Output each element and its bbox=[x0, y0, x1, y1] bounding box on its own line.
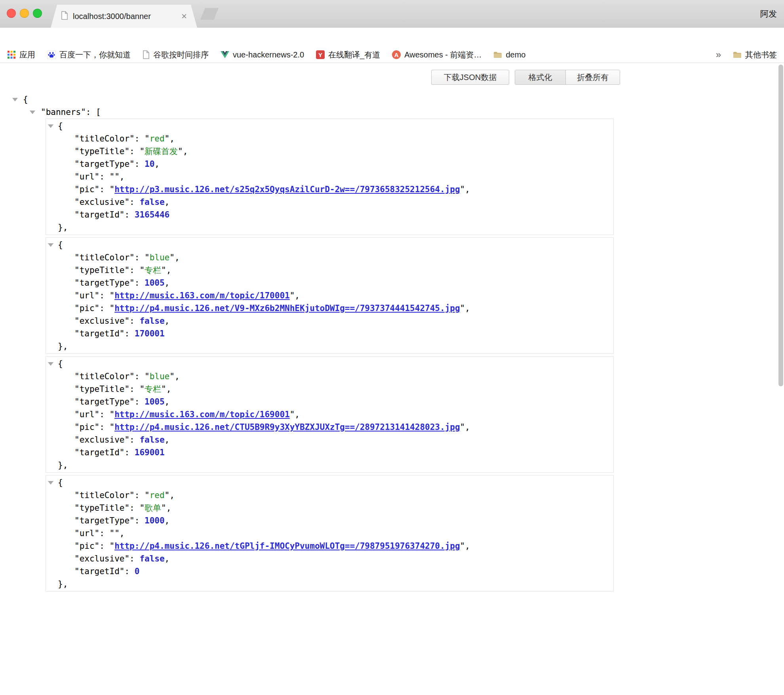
browser-tab[interactable]: localhost:3000/banner × bbox=[51, 5, 197, 28]
bookmark-item[interactable]: AAwesomes - 前端资… bbox=[392, 50, 481, 60]
bookmark-label: Awesomes - 前端资… bbox=[404, 50, 481, 60]
json-punct: : bbox=[135, 372, 145, 381]
format-button[interactable]: 格式化 bbox=[515, 70, 565, 84]
json-line: { bbox=[0, 93, 778, 106]
json-key: "targetId" bbox=[74, 210, 124, 220]
json-property-line: "pic": "http://p4.music.126.net/CTU5B9R9… bbox=[46, 421, 613, 433]
json-property-line: "targetType": 10, bbox=[46, 158, 613, 170]
bookmark-item[interactable]: demo bbox=[493, 50, 525, 59]
minimize-window-button[interactable] bbox=[20, 9, 29, 18]
bookmark-item[interactable]: 谷歌按时间排序 bbox=[143, 50, 209, 60]
json-punct: " bbox=[460, 304, 465, 313]
collapse-triangle-icon[interactable] bbox=[48, 124, 53, 128]
json-url-link[interactable]: http://p3.music.126.net/s25q2x5QyqsAzilC… bbox=[114, 185, 460, 194]
json-property-line: "targetId": 3165446 bbox=[46, 208, 613, 221]
json-property-line: "exclusive": false, bbox=[46, 552, 613, 565]
json-url-link[interactable]: http://music.163.com/m/topic/169001 bbox=[114, 410, 290, 419]
json-punct: " bbox=[460, 185, 465, 194]
json-property-line: "url": "", bbox=[46, 170, 613, 183]
json-property-line: "targetId": 170001 bbox=[46, 327, 613, 340]
page-icon bbox=[143, 50, 150, 59]
collapse-triangle-icon[interactable] bbox=[30, 111, 35, 114]
json-punct: , bbox=[165, 435, 170, 445]
json-url-link[interactable]: http://p4.music.126.net/tGPljf-IMOCyPvum… bbox=[114, 541, 460, 551]
titlebar: localhost:3000/banner × 阿发 bbox=[0, 0, 784, 28]
json-key: "targetType" bbox=[74, 159, 135, 169]
json-punct: }, bbox=[58, 223, 68, 232]
json-punct: : bbox=[99, 410, 109, 419]
json-punct: }, bbox=[58, 579, 68, 589]
json-property-line: "titleColor": "red", bbox=[46, 489, 613, 502]
collapse-triangle-icon[interactable] bbox=[48, 362, 53, 366]
json-key: "titleColor" bbox=[74, 491, 135, 500]
json-key: "exclusive" bbox=[74, 554, 129, 563]
json-property-line: "url": "", bbox=[46, 527, 613, 540]
json-punct: " bbox=[145, 134, 150, 143]
json-punct: : bbox=[124, 448, 134, 457]
collapse-all-button[interactable]: 折叠所有 bbox=[565, 70, 620, 84]
other-bookmarks-folder[interactable]: 其他书签 bbox=[733, 50, 777, 60]
json-key: "exclusive" bbox=[74, 197, 129, 207]
json-key: "url" bbox=[74, 410, 99, 419]
collapse-triangle-icon[interactable] bbox=[48, 243, 53, 247]
json-punct: " bbox=[114, 172, 120, 181]
json-key: "titleColor" bbox=[74, 253, 135, 262]
json-punct: , bbox=[169, 134, 175, 143]
json-property-line: "titleColor": "blue", bbox=[46, 370, 613, 383]
json-url-link[interactable]: http://p4.music.126.net/V9-MXz6b2MNhEKju… bbox=[114, 304, 460, 313]
json-url-link[interactable]: http://music.163.com/m/topic/170001 bbox=[114, 291, 290, 300]
json-punct: " bbox=[145, 491, 150, 500]
json-url-link[interactable]: http://p4.music.126.net/CTU5B9R9y3XyYBZX… bbox=[114, 422, 460, 432]
collapse-triangle-icon[interactable] bbox=[48, 481, 53, 485]
new-tab-button[interactable] bbox=[200, 8, 219, 20]
json-punct: , bbox=[465, 541, 470, 551]
download-json-button[interactable]: 下载JSON数据 bbox=[431, 70, 509, 85]
json-punct: " bbox=[114, 529, 120, 538]
json-punct: " bbox=[290, 410, 295, 419]
json-punct: , bbox=[183, 147, 188, 156]
bookmark-item[interactable]: 百度一下，你就知道 bbox=[47, 50, 131, 60]
json-number: 1005 bbox=[145, 397, 165, 407]
json-punct: , bbox=[166, 503, 171, 513]
bookmark-item[interactable]: vue-hackernews-2.0 bbox=[221, 50, 304, 59]
json-property-line: "targetId": 169001 bbox=[46, 446, 613, 459]
json-punct: " bbox=[460, 541, 465, 551]
awesomes-icon: A bbox=[392, 50, 401, 59]
json-punct: " bbox=[110, 529, 115, 538]
json-punct: " bbox=[290, 291, 295, 300]
json-punct: , bbox=[166, 265, 171, 275]
json-punct: , bbox=[120, 172, 125, 181]
bookmark-label: 在线翻译_有道 bbox=[328, 50, 380, 60]
bookmark-item[interactable]: 应用 bbox=[7, 50, 35, 60]
json-punct: { bbox=[58, 478, 63, 487]
collapse-triangle-icon[interactable] bbox=[12, 98, 18, 101]
json-line: { bbox=[46, 357, 613, 370]
json-punct: , bbox=[166, 384, 171, 394]
json-key: "targetId" bbox=[74, 448, 124, 457]
bookmark-label: 应用 bbox=[19, 50, 35, 60]
close-window-button[interactable] bbox=[7, 9, 16, 18]
json-punct: , bbox=[165, 316, 170, 326]
json-number: 10 bbox=[145, 159, 154, 169]
bookmarks-overflow-chevron[interactable]: » bbox=[716, 49, 721, 60]
json-key: "pic" bbox=[74, 541, 99, 551]
bookmark-item[interactable]: Y在线翻译_有道 bbox=[316, 50, 380, 60]
json-key: "url" bbox=[74, 291, 99, 300]
json-punct: , bbox=[465, 422, 470, 432]
json-punct: , bbox=[165, 554, 170, 563]
json-key: "targetId" bbox=[74, 567, 124, 576]
zoom-window-button[interactable] bbox=[33, 9, 42, 18]
json-punct: : bbox=[129, 503, 139, 513]
json-string: 专栏 bbox=[145, 265, 161, 275]
tab-close-icon[interactable]: × bbox=[181, 11, 187, 21]
json-line: "banners": [ bbox=[0, 106, 778, 118]
json-string: blue bbox=[150, 253, 170, 262]
json-string: 新碟首发 bbox=[145, 147, 178, 156]
json-line: }, bbox=[46, 221, 613, 234]
json-property-line: "typeTitle": "专栏", bbox=[46, 383, 613, 395]
json-punct: , bbox=[175, 253, 180, 262]
vertical-scrollbar[interactable] bbox=[778, 65, 783, 386]
json-punct: " bbox=[161, 503, 166, 513]
json-string: 歌单 bbox=[145, 503, 161, 513]
json-punct: " bbox=[161, 265, 166, 275]
